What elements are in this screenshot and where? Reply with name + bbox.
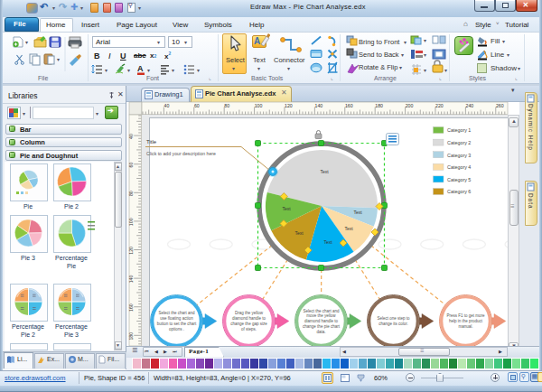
svg-text:use floating action: use floating action: [160, 316, 193, 321]
svg-text:Text: Text: [320, 169, 329, 174]
svg-text:diamond handle to: diamond handle to: [232, 316, 266, 321]
svg-text:120: 120: [128, 247, 134, 255]
svg-text:help in the product: help in the product: [449, 319, 483, 323]
svg-text:Title: Title: [146, 139, 157, 145]
svg-text:change the gap size: change the gap size: [230, 322, 267, 326]
svg-text:120: 120: [285, 103, 293, 108]
svg-text:Category 5: Category 5: [447, 177, 471, 182]
svg-text:Text: Text: [282, 206, 291, 211]
svg-text:80: 80: [224, 103, 229, 108]
svg-text:of steps.: of steps.: [241, 327, 257, 331]
svg-text:Percentage: Percentage: [55, 323, 88, 331]
svg-text:80: 80: [128, 191, 134, 196]
svg-text:140: 140: [128, 275, 134, 284]
svg-text:40: 40: [164, 103, 170, 108]
svg-text:Category 6: Category 6: [447, 189, 471, 194]
svg-text:Drag the yellow: Drag the yellow: [235, 311, 264, 315]
svg-text:200: 200: [406, 103, 414, 108]
svg-text:160: 160: [345, 103, 353, 108]
svg-text:Percentage: Percentage: [12, 323, 44, 331]
svg-text:move the yellow: move the yellow: [306, 313, 336, 318]
svg-text:Select one step to: Select one step to: [377, 316, 410, 321]
svg-text:Pie 3: Pie 3: [21, 255, 35, 261]
svg-text:data.: data.: [316, 330, 325, 334]
svg-text:button to set the chart: button to set the chart: [157, 322, 197, 326]
svg-text:Text: Text: [353, 210, 362, 215]
svg-text:Category 1: Category 1: [447, 127, 471, 133]
svg-text:change the pie chart: change the pie chart: [303, 324, 341, 329]
svg-text:Select the chart and: Select the chart and: [303, 309, 340, 313]
svg-text:Category 2: Category 2: [447, 140, 471, 145]
svg-text:140: 140: [315, 103, 323, 108]
svg-text:100: 100: [128, 218, 134, 226]
svg-text:180: 180: [128, 332, 134, 341]
svg-text:100: 100: [255, 103, 263, 108]
svg-text:160: 160: [128, 303, 134, 312]
svg-text:Text: Text: [294, 230, 304, 236]
svg-text:Select the chart and: Select the chart and: [158, 311, 195, 315]
svg-text:60: 60: [128, 163, 134, 168]
svg-text:Category 3: Category 3: [447, 153, 471, 158]
svg-text:Pie 2: Pie 2: [64, 203, 79, 210]
svg-text:180: 180: [375, 103, 383, 108]
svg-text:Press F1 to get more: Press F1 to get more: [446, 313, 485, 318]
svg-text:260: 260: [496, 103, 504, 108]
svg-text:60: 60: [194, 103, 200, 108]
svg-text:Text: Text: [344, 226, 353, 231]
svg-text:manual.: manual.: [458, 324, 472, 329]
svg-text:Text: Text: [323, 239, 332, 245]
svg-text:Pie: Pie: [23, 203, 33, 210]
svg-text:options .: options .: [169, 327, 184, 331]
svg-text:diamond handle to: diamond handle to: [304, 319, 339, 323]
svg-text:change its color.: change its color.: [378, 322, 408, 326]
svg-text:240: 240: [466, 103, 474, 108]
svg-text:Category 4: Category 4: [447, 164, 471, 170]
svg-text:Percentage: Percentage: [55, 255, 88, 262]
svg-text:Pie 3: Pie 3: [64, 331, 79, 338]
svg-text:Click to add your description: Click to add your description here: [146, 151, 216, 156]
svg-text:Pie 2: Pie 2: [21, 331, 35, 338]
svg-text:Pie: Pie: [67, 263, 76, 269]
svg-text:40: 40: [128, 134, 134, 139]
svg-text:220: 220: [435, 103, 444, 108]
